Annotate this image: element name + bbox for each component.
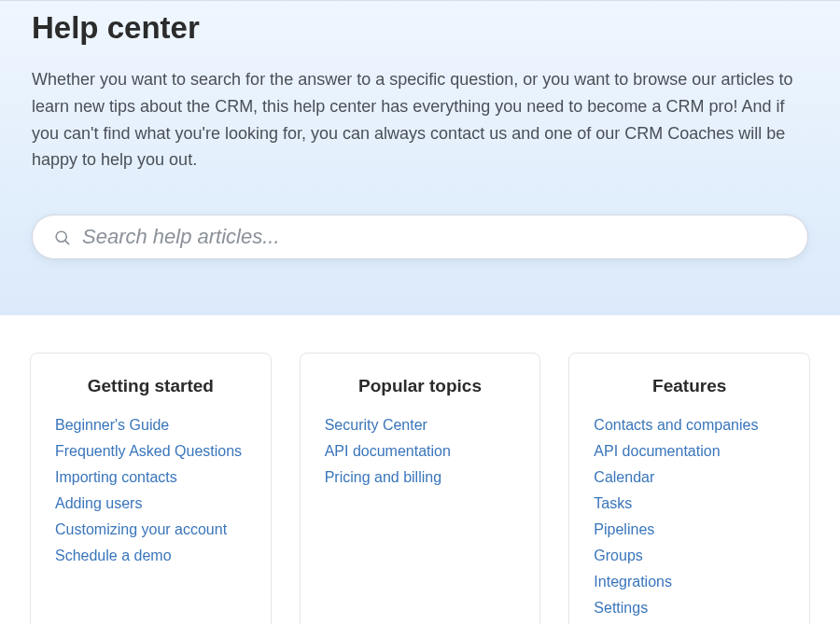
card-features: Features Contacts and companies API docu… (568, 353, 810, 624)
help-link[interactable]: Schedule a demo (55, 548, 172, 563)
card-popular-topics: Popular topics Security Center API docum… (300, 353, 541, 624)
help-link[interactable]: API documentation (325, 443, 451, 459)
help-link[interactable]: Adding users (55, 495, 142, 511)
page-intro: Whether you want to search for the answe… (32, 66, 808, 173)
svg-line-1 (65, 241, 69, 244)
cards-row: Getting started Beginner's Guide Frequen… (0, 315, 840, 624)
hero-section: Help center Whether you want to search f… (0, 0, 840, 315)
search-icon (53, 229, 71, 246)
help-link[interactable]: Groups (594, 548, 642, 563)
help-link[interactable]: Pipelines (594, 521, 654, 537)
search-container[interactable] (32, 215, 808, 259)
card-links-list: Security Center API documentation Pricin… (325, 417, 516, 486)
card-title: Features (594, 376, 785, 396)
help-link[interactable]: Contacts and companies (594, 417, 758, 433)
card-links-list: Beginner's Guide Frequently Asked Questi… (55, 417, 246, 564)
help-link[interactable]: Frequently Asked Questions (55, 443, 242, 459)
help-link[interactable]: Customizing your account (55, 521, 227, 537)
help-link[interactable]: Settings (594, 600, 648, 616)
help-link[interactable]: Beginner's Guide (55, 417, 169, 433)
help-link[interactable]: API documentation (594, 443, 720, 459)
search-input[interactable] (71, 225, 785, 249)
card-title: Popular topics (325, 376, 516, 396)
help-link[interactable]: Pricing and billing (325, 469, 441, 485)
card-getting-started: Getting started Beginner's Guide Frequen… (30, 353, 272, 624)
card-links-list: Contacts and companies API documentation… (594, 417, 785, 617)
help-link[interactable]: Tasks (594, 495, 632, 511)
help-link[interactable]: Security Center (325, 417, 427, 433)
card-title: Getting started (55, 376, 246, 396)
help-link[interactable]: Calendar (594, 469, 654, 485)
help-link[interactable]: Importing contacts (55, 469, 177, 485)
page-title: Help center (32, 10, 808, 46)
help-link[interactable]: Integrations (594, 574, 672, 589)
